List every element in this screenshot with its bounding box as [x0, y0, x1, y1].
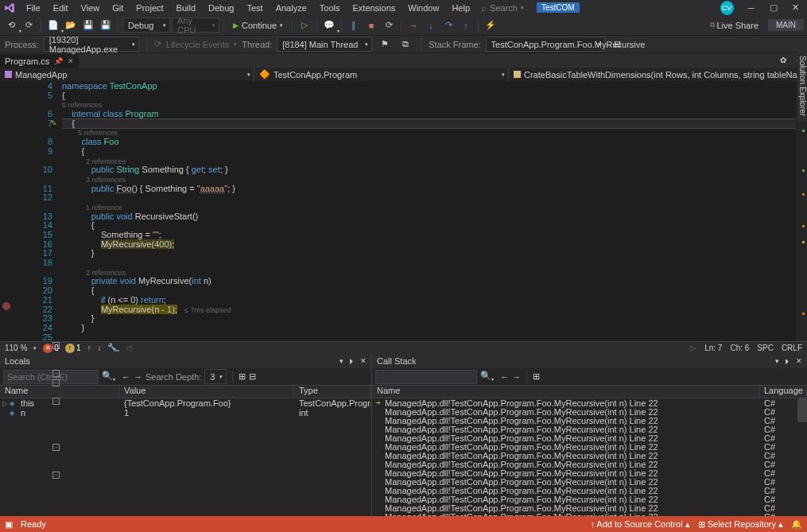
save-all-button[interactable]: 💾 [98, 17, 114, 33]
menu-tools[interactable]: Tools [313, 2, 347, 14]
restart-button[interactable]: ⟳ [381, 17, 397, 33]
main-button[interactable]: MAIN [768, 19, 804, 31]
pin-icon[interactable]: ⏵ [348, 357, 355, 365]
locals-row[interactable]: ◈n1int [0, 408, 371, 417]
open-button[interactable]: 📂 [63, 17, 79, 33]
menu-project[interactable]: Project [130, 2, 169, 14]
stackframe-tool-icon[interactable]: ⊟ [610, 37, 626, 52]
play-outline-button[interactable]: ▷ [297, 17, 312, 33]
menu-view[interactable]: View [75, 2, 107, 14]
platform-dropdown[interactable]: Any CPU [172, 17, 219, 33]
up-arrow-icon[interactable]: ↑ [87, 344, 91, 352]
menu-file[interactable]: File [20, 2, 47, 14]
view-frames-icon[interactable]: ⊞ [533, 371, 540, 382]
fold-icon[interactable]: − [52, 370, 60, 377]
menu-debug[interactable]: Debug [202, 2, 240, 14]
fold-icon[interactable]: − [52, 342, 60, 349]
repo-button[interactable]: ⊞ Select Repository ▴ [698, 519, 783, 530]
fold-icon[interactable]: − [52, 444, 60, 451]
next-statement-icon[interactable]: → [405, 17, 421, 33]
col-name[interactable]: Name [0, 386, 119, 398]
callstack-frame[interactable]: ManagedApp.dll!TestConApp.Program.Foo.My… [372, 425, 807, 433]
live-share-button[interactable]: Live Share [716, 21, 759, 30]
zoom-level[interactable]: 110 % [5, 344, 27, 352]
left-arrow-icon[interactable]: ◁ [126, 344, 132, 352]
search-icon[interactable]: 🔍▾ [480, 371, 494, 382]
search-icon[interactable]: 🔍▾ [102, 371, 115, 382]
menu-test[interactable]: Test [240, 2, 269, 14]
notifications-icon[interactable]: 🔔 [791, 519, 802, 530]
step-into-button[interactable]: ↓ [423, 17, 439, 33]
threads-icon[interactable]: ⧉ [398, 37, 413, 52]
error-icon[interactable]: ✕ [43, 344, 52, 353]
nav-member[interactable]: CrateBasicTableWithDimensions(int Rows, … [509, 68, 807, 81]
step-over-button[interactable]: ↷ [440, 17, 456, 33]
search-box[interactable]: ⌕ Search ▾ [476, 3, 529, 13]
tab-program-cs[interactable]: Program.cs 📌 ✕ [0, 54, 79, 68]
hot-reload-button[interactable]: ⚡ [483, 17, 499, 33]
new-file-button[interactable]: 📄 [45, 17, 61, 33]
flag-icon[interactable]: ⚑ [377, 37, 393, 52]
fold-icon[interactable]: − [52, 398, 60, 405]
nav-class[interactable]: 🔶TestConApp.Program [254, 68, 509, 81]
warning-icon[interactable]: ! [65, 344, 75, 353]
down-arrow-icon[interactable]: ↓ [97, 344, 101, 352]
fold-icon[interactable]: − [52, 379, 60, 386]
close-button[interactable]: ✕ [785, 0, 807, 15]
callstack-frame[interactable]: ManagedApp.dll!TestConApp.Program.Foo.My… [372, 407, 807, 416]
breakpoint-icon[interactable] [2, 302, 10, 310]
tab-settings-icon[interactable]: ✿ [775, 52, 791, 68]
callstack-frame[interactable]: ManagedApp.dll!TestConApp.Program.Foo.My… [372, 451, 807, 460]
menu-build[interactable]: Build [170, 2, 202, 14]
feedback-button[interactable]: 💬 [321, 17, 337, 33]
callstack-frame[interactable]: ➜ManagedApp.dll!TestConApp.Program.Foo.M… [372, 398, 807, 407]
close-icon[interactable]: ✕ [796, 357, 802, 365]
save-button[interactable]: 💾 [80, 17, 96, 33]
col-name[interactable]: Name [372, 386, 759, 398]
user-avatar[interactable]: CV [720, 1, 734, 15]
menu-help[interactable]: Help [445, 2, 476, 14]
process-dropdown[interactable]: [19320] ManagedApp.exe [44, 37, 139, 52]
nav-fwd-button[interactable]: ⟳ [21, 17, 37, 33]
menu-extensions[interactable]: Extensions [346, 2, 402, 14]
locals-search-input[interactable] [3, 370, 99, 384]
fold-icon[interactable]: − [52, 472, 60, 479]
tool-icon-1[interactable]: ⊞ [239, 371, 246, 382]
wrench-icon[interactable]: 🔧▾ [107, 343, 119, 353]
pause-button[interactable]: ‖ [346, 17, 362, 33]
menu-window[interactable]: Window [402, 2, 445, 14]
pin-icon[interactable]: 📌 [54, 57, 63, 65]
pin-icon[interactable]: ⏵ [784, 357, 791, 365]
callstack-search-input[interactable] [375, 370, 477, 384]
col-lang[interactable]: Language [759, 386, 807, 398]
nav-project[interactable]: ManagedApp [0, 68, 254, 81]
callstack-frame[interactable]: ManagedApp.dll!TestConApp.Program.Foo.My… [372, 468, 807, 477]
callstack-frame[interactable]: ManagedApp.dll!TestConApp.Program.Foo.My… [372, 442, 807, 451]
solution-explorer-tab[interactable]: Solution Explorer [797, 51, 807, 121]
close-icon[interactable]: ✕ [360, 357, 367, 365]
callstack-frame[interactable]: ManagedApp.dll!TestConApp.Program.Foo.My… [372, 503, 807, 512]
menu-edit[interactable]: Edit [47, 2, 75, 14]
source-control-button[interactable]: ↑ Add to Source Control ▴ [590, 519, 689, 530]
right-arrow-end-icon[interactable]: ▷ [690, 344, 696, 352]
tool-icon-2[interactable]: ⊟ [249, 371, 256, 382]
callstack-frame[interactable]: ManagedApp.dll!TestConApp.Program.Foo.My… [372, 495, 807, 503]
dropdown-icon[interactable]: ▾ [339, 357, 343, 365]
menu-analyze[interactable]: Analyze [270, 2, 313, 14]
dropdown-icon[interactable]: ▾ [775, 357, 779, 365]
close-icon[interactable]: ✕ [68, 57, 74, 65]
step-out-button[interactable]: ↑ [458, 17, 474, 33]
col-type[interactable]: Type [294, 386, 371, 398]
col-value[interactable]: Value [119, 386, 294, 398]
maximize-button[interactable]: ▢ [762, 0, 785, 15]
callstack-frame[interactable]: ManagedApp.dll!TestConApp.Program.Foo.My… [372, 486, 807, 495]
thread-dropdown[interactable]: [8184] Main Thread [277, 37, 372, 52]
stackframe-dropdown[interactable]: TestConApp.Program.Foo.MyRecursive [486, 37, 605, 52]
callstack-frame[interactable]: ManagedApp.dll!TestConApp.Program.Foo.My… [372, 460, 807, 468]
config-dropdown[interactable]: Debug [122, 17, 170, 33]
callstack-frame[interactable]: ManagedApp.dll!TestConApp.Program.Foo.My… [372, 477, 807, 486]
callstack-frame[interactable]: ManagedApp.dll!TestConApp.Program.Foo.My… [372, 416, 807, 425]
nav-back-button[interactable]: ⟲ [3, 17, 19, 33]
depth-dropdown[interactable]: 3 [204, 369, 227, 384]
continue-button[interactable]: ▶ Continue ▾ [228, 17, 288, 33]
